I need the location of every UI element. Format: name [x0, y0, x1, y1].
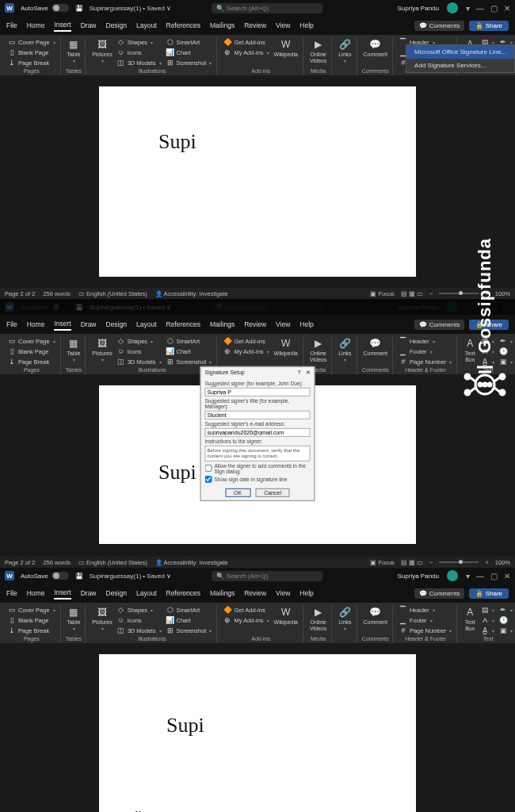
dialog-title: Signature Setup: [205, 370, 245, 375]
show-date-checkbox[interactable]: [205, 476, 212, 483]
zoom-in-button[interactable]: +: [485, 290, 488, 297]
blank-page-button[interactable]: ▯Blank Page: [6, 48, 57, 57]
toggle-switch-icon[interactable]: [52, 4, 69, 12]
tab-home[interactable]: Home: [27, 319, 45, 330]
smartart-button[interactable]: ⬡SmartArt: [165, 37, 214, 47]
accessibility-indicator[interactable]: 👤 Accessibility: Investigate: [155, 290, 228, 297]
get-addins-button[interactable]: 🔶Get Add-ins: [222, 37, 270, 47]
user-avatar[interactable]: [447, 301, 458, 312]
user-avatar[interactable]: [447, 2, 458, 13]
dialog-close-button[interactable]: ✕: [306, 369, 311, 375]
toggle-switch-icon[interactable]: [52, 572, 69, 580]
document-area[interactable]: Supi: [0, 75, 515, 288]
view-buttons[interactable]: ▤ ▦ ▭: [401, 290, 423, 297]
tab-references[interactable]: References: [166, 20, 200, 31]
share-button[interactable]: 🔒 Share: [469, 21, 509, 31]
document-page[interactable]: Supi: [99, 86, 416, 277]
allow-comments-checkbox[interactable]: [205, 465, 212, 472]
tab-layout[interactable]: Layout: [136, 20, 157, 31]
online-videos-button[interactable]: ▶OnlineVideos: [308, 37, 328, 64]
cancel-button[interactable]: Cancel: [255, 488, 290, 497]
comments-button[interactable]: 💬 Comments: [414, 21, 464, 31]
save-icon[interactable]: 💾: [75, 5, 83, 12]
document-page[interactable]: Supi X Supriya P Student: [99, 654, 416, 812]
zoom-slider[interactable]: [439, 293, 479, 294]
comment-icon: 💬: [369, 38, 382, 51]
tab-file[interactable]: File: [6, 20, 17, 31]
page-indicator[interactable]: Page 2 of 2: [5, 559, 35, 566]
pictures-button[interactable]: 🖼Pictures▾: [90, 37, 113, 64]
tab-review[interactable]: Review: [244, 319, 266, 330]
user-avatar[interactable]: [447, 570, 458, 581]
signer-email-input[interactable]: [205, 427, 311, 436]
minimize-button[interactable]: ―: [476, 4, 484, 13]
tab-draw[interactable]: Draw: [81, 319, 97, 330]
tab-home[interactable]: Home: [27, 20, 45, 31]
tab-insert[interactable]: Insert: [54, 19, 71, 32]
filename[interactable]: Supirarguessay(1) • Saved ∨: [90, 5, 172, 12]
tab-review[interactable]: Review: [244, 20, 266, 31]
my-addins-button[interactable]: ⊕My Add-ins▾: [222, 48, 270, 57]
focus-mode-button[interactable]: ▣ Focus: [370, 290, 395, 297]
filename[interactable]: Supirarguessay(1) • Saved ∨: [90, 304, 172, 311]
page-break-button[interactable]: ⤓Page Break: [6, 58, 57, 67]
add-signature-services-item[interactable]: Add Signature Services...: [406, 59, 514, 72]
autosave-toggle[interactable]: AutoSave: [21, 572, 69, 580]
zoom-level[interactable]: 100%: [495, 290, 510, 297]
tab-mailings[interactable]: Mailings: [210, 20, 235, 31]
ribbon-options-icon[interactable]: ▾: [466, 4, 470, 13]
document-area[interactable]: Supi X Supriya P Student: [0, 643, 515, 812]
word-count[interactable]: 256 words: [43, 559, 71, 566]
icons-button[interactable]: ☺Icons: [116, 48, 163, 57]
filename[interactable]: Supirarguessay(1) • Saved ∨: [90, 573, 172, 580]
ms-office-signature-line-item[interactable]: Microsoft Office Signature Line...: [406, 45, 514, 59]
save-icon[interactable]: 💾: [75, 573, 83, 580]
maximize-button[interactable]: ▢: [490, 4, 498, 13]
username-label: Supriya Pandu: [398, 5, 439, 12]
cover-page-button[interactable]: ▭Cover Page▾: [6, 37, 57, 47]
signature-line-object[interactable]: X Supriya P Student: [135, 809, 222, 812]
tab-layout[interactable]: Layout: [136, 319, 157, 330]
smartart-icon: ⬡: [166, 38, 174, 46]
wikipedia-button[interactable]: WWikipedia: [273, 37, 299, 58]
save-icon[interactable]: 💾: [75, 304, 83, 311]
comments-button[interactable]: 💬 Comments: [414, 320, 464, 330]
3d-models-button[interactable]: ◫3D Models▾: [116, 58, 163, 67]
table-button[interactable]: ▦Table▾: [66, 37, 82, 64]
zoom-out-button[interactable]: −: [429, 290, 433, 297]
tab-mailings[interactable]: Mailings: [210, 319, 235, 330]
statusbar: Page 2 of 2 256 words ▭ English (United …: [0, 288, 515, 299]
chart-button[interactable]: 📊Chart: [165, 48, 214, 57]
accessibility-indicator[interactable]: 👤 Accessibility: Investigate: [155, 559, 228, 566]
autosave-toggle[interactable]: AutoSave: [21, 303, 69, 311]
page-indicator[interactable]: Page 2 of 2: [5, 290, 35, 297]
share-button[interactable]: 🔒 Share: [469, 320, 509, 330]
tab-draw[interactable]: Draw: [81, 20, 97, 31]
tab-help[interactable]: Help: [299, 20, 313, 31]
search-input[interactable]: 🔍 Search (Alt+Q): [212, 571, 322, 581]
word-count[interactable]: 256 words: [43, 290, 71, 297]
close-button[interactable]: ✕: [504, 4, 510, 13]
tab-references[interactable]: References: [166, 319, 200, 330]
tab-view[interactable]: View: [276, 20, 290, 31]
tab-view[interactable]: View: [276, 319, 290, 330]
tab-insert[interactable]: Insert: [54, 318, 71, 331]
tab-help[interactable]: Help: [299, 319, 313, 330]
search-input[interactable]: 🔍Search (Alt+Q): [212, 3, 322, 13]
toggle-switch-icon[interactable]: [52, 303, 69, 311]
comment-button[interactable]: 💬Comment: [362, 37, 389, 58]
language-indicator[interactable]: ▭ English (United States): [78, 290, 147, 297]
links-button[interactable]: 🔗Links▾: [337, 37, 353, 64]
screenshot-button[interactable]: ⊞Screenshot▾: [165, 58, 214, 67]
autosave-toggle[interactable]: AutoSave: [21, 4, 69, 12]
suggested-signer-input[interactable]: [205, 387, 311, 396]
help-button[interactable]: ?: [298, 369, 301, 375]
tab-design[interactable]: Design: [106, 20, 127, 31]
ok-button[interactable]: OK: [225, 488, 250, 497]
search-input[interactable]: 🔍 Search (Alt+Q): [212, 302, 322, 312]
tab-file[interactable]: File: [6, 319, 17, 330]
signer-title-input[interactable]: [205, 410, 311, 419]
tab-design[interactable]: Design: [106, 319, 127, 330]
shapes-button[interactable]: ◇Shapes▾: [116, 37, 163, 47]
language-indicator[interactable]: ▭ English (United States): [78, 559, 147, 566]
